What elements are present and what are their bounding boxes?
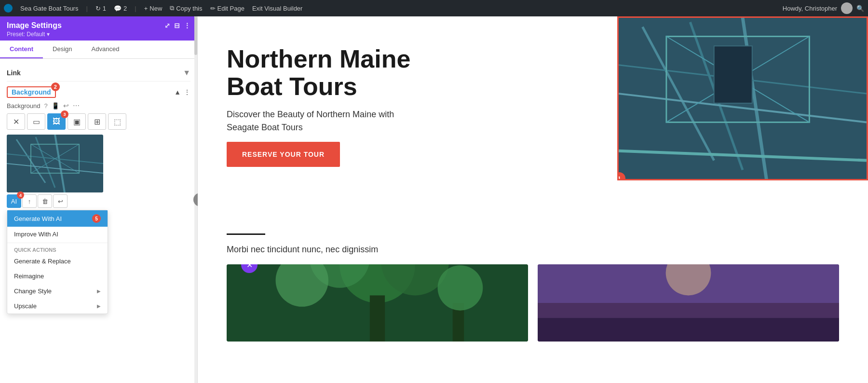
- exit-label: Exit Visual Builder: [252, 5, 303, 12]
- bottom-image-1: ✕: [227, 264, 528, 342]
- wp-icon-item[interactable]: [4, 4, 13, 13]
- bg-type-none[interactable]: ✕: [7, 113, 25, 130]
- new-item[interactable]: + New: [144, 5, 163, 12]
- background-label: Background: [12, 88, 51, 96]
- copy-label: Copy this: [176, 5, 202, 12]
- bg-type-pattern[interactable]: ⊞: [88, 113, 106, 130]
- tab-design[interactable]: Design: [43, 41, 81, 58]
- more-icon[interactable]: ⋮: [184, 22, 190, 29]
- tab-content[interactable]: Content: [0, 41, 43, 58]
- upscale-arrow: ▶: [97, 303, 101, 309]
- edit-item[interactable]: ✏ Edit Page: [210, 5, 244, 12]
- panel-header: Image Settings ⤢ ⊟ ⋮ Preset: Default ▾: [0, 16, 197, 41]
- site-name-item[interactable]: Sea Gate Boat Tours: [20, 5, 78, 12]
- exit-item[interactable]: Exit Visual Builder: [252, 5, 303, 12]
- link-section: Link ▼: [7, 65, 190, 82]
- bg-type-icons: ✕ ▭ 🖼 3 ▣ ⊞ ⬚: [7, 113, 190, 130]
- options-icon[interactable]: ⋯: [73, 102, 80, 109]
- undo-btn[interactable]: ↩: [53, 194, 68, 208]
- dropdown-change-style[interactable]: Change Style ▶: [7, 284, 108, 299]
- sky-svg: [538, 264, 839, 342]
- svg-rect-18: [714, 46, 752, 103]
- hero-bridge-svg: [619, 16, 867, 180]
- badge-4: 4: [17, 192, 24, 199]
- panel-preset[interactable]: Preset: Default ▾: [7, 31, 190, 38]
- dropdown-generate-replace[interactable]: Generate & Replace: [7, 254, 108, 269]
- site-name: Sea Gate Boat Tours: [20, 5, 78, 12]
- change-style-label: Change Style: [14, 287, 52, 295]
- hero-image: 1: [617, 16, 868, 180]
- hero-title: Northern Maine Boat Tours: [227, 45, 429, 100]
- dropdown-quick-actions-label: Quick Actions: [7, 244, 108, 254]
- bg-type-color[interactable]: ▭: [27, 113, 45, 130]
- bridge-visual: [619, 18, 867, 179]
- comments-count: 2: [123, 5, 127, 12]
- undo-icon[interactable]: ↩: [63, 102, 69, 109]
- image-thumbnail: [7, 135, 103, 192]
- updates-count: 1: [103, 5, 106, 12]
- plus-icon: +: [144, 5, 148, 12]
- main-layout: Image Settings ⤢ ⊟ ⋮ Preset: Default ▾ C…: [0, 16, 868, 383]
- svg-rect-0: [7, 135, 103, 192]
- link-chevron[interactable]: ▼: [183, 68, 190, 77]
- image-area: AI 4 ↑ 🗑 ↩ Generate With AI 5 Improve Wi…: [7, 135, 190, 208]
- copy-item[interactable]: ⧉ Copy this: [170, 4, 202, 12]
- palm-svg: [227, 264, 528, 342]
- chevron-up-icon[interactable]: ▲: [174, 88, 181, 96]
- bridge-svg: [7, 135, 103, 192]
- improve-ai-label: Improve With AI: [14, 231, 58, 238]
- tab-advanced[interactable]: Advanced: [82, 41, 129, 58]
- search-icon[interactable]: 🔍: [856, 5, 864, 12]
- bg-more-icon[interactable]: ⋮: [184, 88, 190, 96]
- mid-section: Morbi nec tincidunt nunc, nec dignissim: [198, 224, 868, 264]
- dropdown-upscale[interactable]: Upscale ▶: [7, 299, 108, 314]
- badge-2: 2: [51, 82, 60, 91]
- divider-line: [227, 233, 265, 235]
- image-action-row: AI 4 ↑ 🗑 ↩ Generate With AI 5 Improve Wi…: [7, 194, 190, 208]
- maximize-icon[interactable]: ⤢: [164, 22, 170, 29]
- sep1: |: [86, 5, 87, 12]
- dropdown-improve-ai[interactable]: Improve With AI: [7, 227, 108, 242]
- copy-icon: ⧉: [170, 4, 174, 12]
- scrollbar-thumb: [194, 16, 197, 55]
- dropdown-generate-ai[interactable]: Generate With AI 5: [7, 210, 108, 227]
- background-label-box: Background 2: [7, 86, 56, 98]
- bg-type-map[interactable]: ⬚: [108, 113, 126, 130]
- bottom-image-2: [538, 264, 839, 342]
- upload-btn[interactable]: ↑: [22, 194, 37, 208]
- top-bar-right: Howdy, Christopher 🔍: [783, 2, 864, 14]
- new-label: New: [149, 5, 162, 12]
- comment-icon: 💬: [114, 5, 122, 12]
- columns-icon[interactable]: ⊟: [174, 22, 180, 29]
- reimagine-label: Reimagine: [14, 273, 44, 280]
- mobile-icon[interactable]: 📱: [52, 102, 59, 109]
- badge-5: 5: [92, 214, 101, 223]
- dropdown-reimagine[interactable]: Reimagine: [7, 269, 108, 284]
- left-panel: Image Settings ⤢ ⊟ ⋮ Preset: Default ▾ C…: [0, 16, 198, 383]
- panel-content: Link ▼ Background 2 ▲ ⋮ Background ? 📱: [0, 59, 197, 383]
- generate-replace-label: Generate & Replace: [14, 258, 71, 265]
- panel-header-icons: ⤢ ⊟ ⋮: [164, 22, 190, 29]
- sep2: |: [135, 5, 136, 12]
- svg-rect-31: [538, 318, 839, 342]
- svg-rect-24: [370, 295, 385, 342]
- help-icon[interactable]: ?: [44, 102, 47, 109]
- generate-ai-label: Generate With AI: [14, 215, 62, 222]
- edit-label: Edit Page: [217, 5, 244, 12]
- ai-generate-btn[interactable]: AI 4: [7, 194, 21, 208]
- top-bar: Sea Gate Boat Tours | ↻ 1 💬 2 | + New ⧉ …: [0, 0, 868, 16]
- hero-cta-button[interactable]: RESERVE YOUR TOUR: [227, 142, 340, 167]
- bg-type-image[interactable]: 🖼 3: [47, 113, 66, 130]
- svg-point-27: [438, 265, 483, 311]
- bg-type-video[interactable]: ▣: [68, 113, 86, 130]
- dropdown-menu: Generate With AI 5 Improve With AI Quick…: [7, 210, 108, 314]
- delete-btn[interactable]: 🗑: [38, 194, 52, 208]
- hero-section: Northern Maine Boat Tours Discover the B…: [198, 16, 868, 224]
- badge-3: 3: [61, 110, 68, 118]
- updates-item[interactable]: ↻ 1: [95, 5, 106, 12]
- bg-sub-row: Background ? 📱 ↩ ⋯: [7, 102, 190, 109]
- upscale-label: Upscale: [14, 302, 37, 310]
- comments-item[interactable]: 💬 2: [114, 5, 127, 12]
- website-preview: Northern Maine Boat Tours Discover the B…: [198, 16, 868, 383]
- change-style-arrow: ▶: [97, 288, 101, 294]
